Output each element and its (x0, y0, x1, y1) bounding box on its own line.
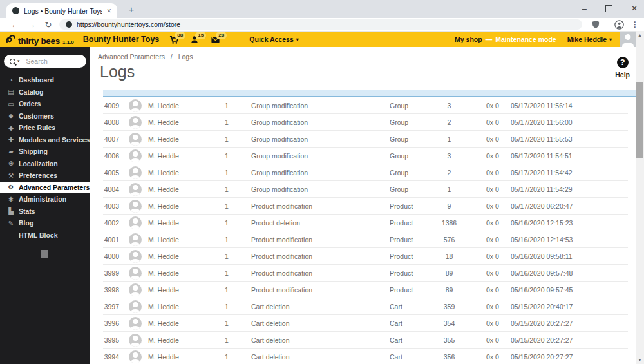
shield-icon[interactable] (592, 20, 600, 29)
log-id: 4002 (103, 219, 122, 227)
shop-name[interactable]: Bounty Hunter Toys (83, 35, 160, 44)
new-tab-button[interactable]: + (125, 3, 138, 15)
user-avatar[interactable] (620, 32, 636, 47)
scrollbar-thumb[interactable] (636, 82, 643, 158)
sidebar-item-catalog[interactable]: ▤ Catalog (0, 86, 90, 99)
employee-avatar (129, 334, 142, 347)
catalog-icon: ▤ (6, 88, 15, 95)
sidebar-item-customers[interactable]: ☻ Customers (0, 110, 90, 122)
log-object-id: 89 (428, 269, 470, 277)
employee-avatar (129, 133, 142, 146)
sidebar-item-html-block[interactable]: HTML Block (0, 229, 90, 242)
message-notifications-button[interactable]: 28 (211, 35, 221, 44)
table-row[interactable]: 4000 M. Heddle 1 Product modification Pr… (103, 248, 628, 265)
scroll-up-icon[interactable]: ▲ (636, 33, 644, 37)
log-error-code: 0x 0 (470, 336, 511, 344)
log-date: 05/16/2020 09:57:48 (511, 269, 628, 277)
log-severity: 1 (214, 152, 240, 160)
user-menu[interactable]: Mike Heddle ▾ (567, 35, 612, 43)
log-object-id: 359 (428, 303, 470, 311)
table-row[interactable]: 3994 M. Heddle 1 Cart deletion Cart 356 … (103, 349, 628, 364)
table-row[interactable]: 3999 M. Heddle 1 Product modification Pr… (103, 265, 628, 282)
employee-avatar (129, 166, 142, 179)
table-row[interactable]: 4005 M. Heddle 1 Group modification Grou… (103, 164, 628, 181)
table-row[interactable]: 4003 M. Heddle 1 Product modification Pr… (103, 198, 628, 215)
customer-count-badge: 15 (195, 32, 206, 39)
sidebar-search-input[interactable]: ▾ Search (4, 55, 86, 68)
log-employee: M. Heddle (148, 135, 214, 143)
tab-close-icon[interactable]: ✕ (106, 8, 111, 14)
log-error-code: 0x 0 (470, 169, 511, 177)
admin-sidebar: ▾ Search ◔ Dashboard ▤ Catalog ▭ Orders … (0, 47, 90, 364)
table-row[interactable]: 3996 M. Heddle 1 Cart deletion Cart 354 … (103, 315, 628, 332)
log-severity: 1 (214, 135, 240, 143)
window-minimize-button[interactable]: – (582, 4, 587, 14)
sidebar-item-stats[interactable]: ▙ Stats (0, 206, 90, 218)
table-row[interactable]: 3998 M. Heddle 1 Product modification Pr… (103, 282, 628, 298)
log-id: 3998 (103, 286, 122, 294)
sidebar-item-blog[interactable]: ✎ Blog (0, 217, 90, 229)
table-row[interactable]: 4006 M. Heddle 1 Group modification Grou… (103, 148, 628, 164)
sidebar-item-orders[interactable]: ▭ Orders (0, 98, 90, 110)
log-employee: M. Heddle (148, 253, 214, 260)
employee-avatar (129, 216, 142, 229)
sidebar-item-administration[interactable]: ✱ Administration (0, 193, 90, 206)
sidebar-item-localization[interactable]: ⊕ Localization (0, 158, 90, 170)
log-object-id: 2 (428, 119, 470, 126)
cart-notifications-button[interactable]: 88 (169, 35, 180, 44)
log-object-type: Group (390, 152, 428, 160)
chevron-down-icon: ▾ (296, 37, 299, 43)
log-object-type: Product (390, 286, 428, 294)
refresh-icon[interactable]: ↻ (40, 20, 57, 30)
browser-tab[interactable]: Logs • Bounty Hunter Toys ✕ (6, 3, 117, 18)
help-icon: ? (617, 57, 629, 68)
browser-menu-icon[interactable]: ⋮ (631, 20, 639, 29)
table-row[interactable]: 4009 M. Heddle 1 Group modification Grou… (103, 97, 628, 114)
log-severity: 1 (214, 286, 240, 294)
log-severity: 1 (214, 303, 240, 311)
forward-icon[interactable]: → (23, 20, 40, 30)
breadcrumb-section[interactable]: Advanced Parameters (98, 53, 165, 61)
collapse-menu-button[interactable] (41, 250, 48, 258)
brand-name: thirty bees (18, 36, 60, 46)
sidebar-item-price-rules[interactable]: ◆ Price Rules (0, 122, 90, 134)
quick-access-dropdown[interactable]: Quick Access ▾ (249, 35, 299, 43)
page-scrollbar[interactable]: ▲ ▼ (636, 31, 644, 364)
log-error-code: 0x 0 (470, 269, 511, 277)
table-row[interactable]: 4002 M. Heddle 1 Product deletion Produc… (103, 215, 628, 231)
customer-notifications-button[interactable]: 15 (190, 35, 200, 44)
window-maximize-button[interactable] (605, 5, 612, 12)
sidebar-item-shipping[interactable]: ▰ Shipping (0, 146, 90, 158)
window-close-button[interactable]: ✕ (631, 4, 638, 13)
back-icon[interactable]: ← (6, 20, 23, 30)
log-object-type: Cart (390, 336, 428, 344)
breadcrumb-current[interactable]: Logs (178, 53, 193, 61)
my-shop-link[interactable]: My shop (455, 35, 482, 43)
table-row[interactable]: 4008 M. Heddle 1 Group modification Grou… (103, 114, 628, 131)
log-object-id: 18 (428, 253, 470, 260)
log-employee: M. Heddle (148, 119, 214, 126)
sidebar-item-preferences[interactable]: ⚒ Preferences (0, 169, 90, 182)
address-bar[interactable]: https://bountyhuntertoys.com/store (59, 19, 582, 30)
log-object-id: 354 (428, 320, 470, 327)
maintenance-mode-label[interactable]: Maintenance mode (495, 35, 556, 43)
sidebar-item-dashboard[interactable]: ◔ Dashboard (0, 74, 90, 86)
log-date: 05/15/2020 20:27:27 (511, 320, 628, 327)
log-employee: M. Heddle (148, 186, 214, 193)
log-severity: 1 (214, 236, 240, 244)
log-message: Product modification (240, 202, 390, 210)
thirtybees-logo[interactable]: thirty bees 1.1.0 (5, 34, 74, 46)
table-row[interactable]: 3997 M. Heddle 1 Cart deletion Cart 359 … (103, 298, 628, 315)
scroll-down-icon[interactable]: ▼ (636, 358, 644, 362)
table-row[interactable]: 4004 M. Heddle 1 Group modification Grou… (103, 181, 628, 198)
sidebar-item-modules-and-services[interactable]: ✚ Modules and Services (0, 134, 90, 146)
profile-icon[interactable] (614, 20, 624, 30)
table-row[interactable]: 4001 M. Heddle 1 Product modification Pr… (103, 231, 628, 248)
table-row[interactable]: 3995 M. Heddle 1 Cart deletion Cart 355 … (103, 332, 628, 349)
employee-avatar (129, 99, 142, 112)
help-button[interactable]: ? Help (615, 57, 630, 79)
sidebar-item-advanced-parameters[interactable]: ⚙ Advanced Parameters (0, 182, 90, 194)
employee-avatar (129, 149, 142, 162)
table-row[interactable]: 4007 M. Heddle 1 Group modification Grou… (103, 131, 628, 148)
log-severity: 1 (214, 219, 240, 227)
